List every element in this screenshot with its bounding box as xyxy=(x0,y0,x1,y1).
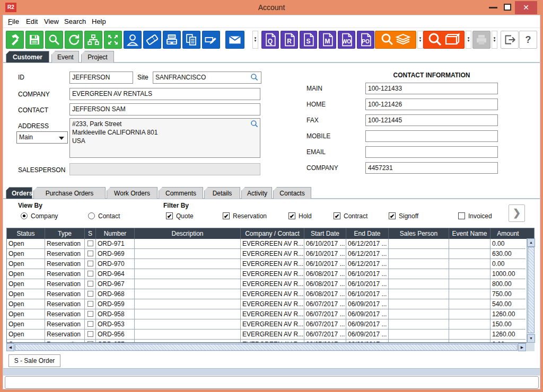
copy-button[interactable] xyxy=(182,31,200,49)
address-search-icon[interactable] xyxy=(250,120,259,128)
sale-order-checkbox[interactable] xyxy=(87,311,93,317)
id-input[interactable]: JEFFERSON xyxy=(69,72,133,84)
company-phone-input[interactable]: 4457231 xyxy=(365,162,498,174)
table-row[interactable]: OpenReservationORD-970EVERGREEN AV R...0… xyxy=(7,259,534,269)
column-header-s[interactable]: S xyxy=(85,228,96,239)
column-header-sales-person[interactable]: Sales Person xyxy=(389,228,449,239)
checkbox-quote[interactable]: ✔ xyxy=(166,212,173,219)
expand-button[interactable] xyxy=(104,31,122,49)
ticket-button[interactable] xyxy=(143,31,161,49)
vertical-scroll-thumb[interactable] xyxy=(528,247,535,333)
checkbox-hold[interactable]: ✔ xyxy=(288,212,295,219)
close-button[interactable]: ✕ xyxy=(515,1,537,14)
scroll-left-button[interactable]: ◀ xyxy=(6,343,14,351)
hierarchy-button[interactable] xyxy=(84,31,102,49)
maximize-button[interactable] xyxy=(504,4,511,11)
vertical-scrollbar[interactable]: ▲ ▼ xyxy=(527,238,535,343)
purchase-order-doc-button[interactable]: PO xyxy=(357,31,374,49)
sale-order-checkbox[interactable] xyxy=(87,261,93,266)
radio-company[interactable] xyxy=(21,212,28,219)
table-row[interactable]: OpenReservationORD-969EVERGREEN AV R...0… xyxy=(7,249,534,259)
refresh-button[interactable] xyxy=(65,31,83,49)
misc-doc-button[interactable]: M xyxy=(319,31,336,49)
tab-purchase-orders[interactable]: Purchase Orders xyxy=(33,187,106,199)
site-input[interactable]: SANFRANCISCO xyxy=(153,72,261,84)
menu-search[interactable]: Search xyxy=(64,17,86,25)
checkbox-reservation[interactable]: ✔ xyxy=(223,212,230,219)
quote-doc-button[interactable]: Q xyxy=(261,31,279,49)
table-row[interactable]: OpenReservationORD-958EVERGREEN AV R...0… xyxy=(7,309,534,319)
table-row[interactable]: OpenReservationORD-964EVERGREEN AV R...0… xyxy=(7,269,534,279)
mobile-input[interactable] xyxy=(365,130,498,142)
help-button[interactable]: ? xyxy=(519,31,537,49)
rename-button[interactable] xyxy=(202,31,220,49)
site-search-icon[interactable] xyxy=(250,73,259,82)
column-header-amount[interactable]: Amount xyxy=(491,228,526,239)
search-product-dropdown-button[interactable]: ▼▼ xyxy=(466,31,471,49)
tab-contacts[interactable]: Contacts xyxy=(273,187,311,199)
cash-register-button[interactable] xyxy=(163,31,181,49)
scroll-up-button[interactable]: ▲ xyxy=(527,238,535,247)
contact-input[interactable]: JEFFERSON SAM xyxy=(69,103,260,115)
search-product-button[interactable] xyxy=(423,31,465,49)
address-box[interactable]: #233, Park Street Markleeville CALIFORNI… xyxy=(69,118,260,158)
tab-project[interactable]: Project xyxy=(81,51,114,63)
print-dropdown-button[interactable]: ▼▼ xyxy=(492,31,497,49)
menu-view[interactable]: View xyxy=(44,17,59,25)
tab-work-orders[interactable]: Work Orders xyxy=(107,187,157,199)
scroll-right-button[interactable]: ▶ xyxy=(518,343,526,351)
sale-order-checkbox[interactable] xyxy=(87,321,93,327)
minimize-button[interactable] xyxy=(489,7,497,8)
column-header-number[interactable]: Number xyxy=(96,228,135,239)
next-panel-button[interactable]: ❯ xyxy=(509,204,525,222)
table-row[interactable]: OpenReservationORD-953EVERGREEN AV R...0… xyxy=(7,319,534,329)
fax-input[interactable]: 100-121445 xyxy=(365,114,498,126)
column-header-status[interactable]: Status xyxy=(7,228,45,239)
column-header-company-contact[interactable]: Company / Contact xyxy=(241,228,304,239)
sale-order-checkbox[interactable] xyxy=(87,301,93,307)
table-row[interactable]: OpenReservationORD-971EVERGREEN AV R...0… xyxy=(7,239,534,249)
main-phone-input[interactable]: 100-121433 xyxy=(365,83,498,94)
table-row[interactable]: OpenReservationORD-956EVERGREEN AV R...0… xyxy=(7,329,534,340)
column-header-event-name[interactable]: Event Name xyxy=(449,228,491,239)
exit-button[interactable] xyxy=(501,31,519,49)
sale-order-checkbox[interactable] xyxy=(87,281,93,287)
menu-edit[interactable]: Edit xyxy=(26,17,38,25)
menu-file[interactable]: File xyxy=(8,17,19,25)
column-header-description[interactable]: Description xyxy=(135,228,241,239)
reservation-doc-button[interactable]: R xyxy=(281,31,298,49)
email-dropdown-button[interactable]: ▼▼ xyxy=(252,31,258,49)
tab-details[interactable]: Details xyxy=(204,187,240,199)
work-order-doc-button[interactable]: WO xyxy=(338,31,355,49)
account-button[interactable] xyxy=(124,31,142,49)
build-hammer-button[interactable] xyxy=(6,31,24,49)
email-input[interactable] xyxy=(365,146,498,158)
address-type-select[interactable]: Main xyxy=(16,131,68,144)
sale-order-checkbox[interactable] xyxy=(87,271,93,277)
tab-orders[interactable]: Orders xyxy=(6,187,32,199)
sale-order-checkbox[interactable] xyxy=(87,240,93,246)
tab-comments[interactable]: Comments xyxy=(159,187,203,199)
sale-order-checkbox[interactable] xyxy=(87,291,93,297)
sale-order-checkbox[interactable] xyxy=(87,251,93,256)
tab-customer[interactable]: Customer xyxy=(6,51,49,63)
menu-help[interactable]: Help xyxy=(92,17,106,25)
company-input[interactable]: EVERGREEN AV RENTALS xyxy=(69,88,260,100)
search-inventory-button[interactable] xyxy=(375,31,416,49)
scroll-down-button[interactable]: ▼ xyxy=(527,334,535,343)
checkbox-contract[interactable]: ✔ xyxy=(334,212,340,219)
sale-order-checkbox[interactable] xyxy=(87,341,93,342)
home-phone-input[interactable]: 100-121426 xyxy=(365,99,498,110)
horizontal-scroll-thumb[interactable] xyxy=(15,344,518,351)
table-row[interactable]: OpenReservationORD-957EVERGREEN AV R...0… xyxy=(7,340,534,342)
table-row[interactable]: OpenReservationORD-968EVERGREEN AV R...0… xyxy=(7,289,534,299)
column-header-type[interactable]: Type xyxy=(45,228,85,239)
sale-doc-button[interactable]: S xyxy=(300,31,317,49)
status-bar-input[interactable] xyxy=(5,376,539,389)
search-inventory-dropdown-button[interactable]: ▼▼ xyxy=(417,31,423,49)
radio-contact[interactable] xyxy=(88,212,95,219)
checkbox-signoff[interactable]: ✔ xyxy=(389,212,396,219)
save-button[interactable] xyxy=(25,31,43,49)
table-row[interactable]: OpenReservationORD-959EVERGREEN AV R...0… xyxy=(7,299,534,309)
column-header-end-date[interactable]: End Date xyxy=(346,228,389,239)
